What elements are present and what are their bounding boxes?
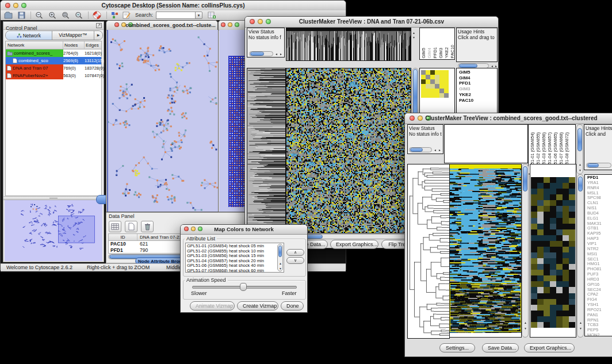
scroll-down-icon[interactable]: ▼ (412, 36, 415, 39)
done-button[interactable]: Done (281, 301, 304, 311)
tab-vizmapper[interactable]: VizMapper™ (52, 31, 94, 40)
tv1-column-dendrogram[interactable] (286, 28, 411, 61)
network-window-title-bar[interactable]: combined_scores_good.txt--cluste... (106, 21, 217, 30)
tv1-heatmap[interactable] (286, 68, 411, 233)
settings-button[interactable]: Settings... (439, 343, 475, 352)
column-gene-label[interactable]: GIM4 (427, 48, 432, 58)
gene-label[interactable]: PFD1 (458, 81, 497, 86)
export-graphics-button[interactable]: Export Graphics... (524, 343, 575, 352)
gene-label[interactable]: YKE2 (458, 92, 497, 98)
tv1-column-labels-panel[interactable]: GIM5GIM4PFD1GIM3YKE2PAC10 (419, 28, 455, 60)
gene-label[interactable]: MON2 (586, 333, 612, 336)
delete-attribute-icon[interactable] (141, 221, 154, 232)
move-down-button[interactable]: ∨ (286, 257, 304, 264)
document-icon (13, 58, 17, 63)
scroll-down-icon[interactable]: ▼ (579, 327, 582, 330)
birdseye-view[interactable] (5, 200, 102, 261)
search-dropdown-button[interactable]: ▼ (195, 12, 202, 19)
create-vizmap-button[interactable]: Create Vizmap (237, 301, 278, 311)
tv2-heatmap-panel (449, 164, 522, 338)
tv2-zoom-scrollbar[interactable]: ▲ ▼ (577, 174, 584, 338)
column-gene-label[interactable]: PAC10 (450, 45, 455, 58)
col-header-network[interactable]: Network (6, 41, 63, 49)
zoom-selected-icon[interactable] (62, 12, 70, 19)
tv2-heatmap-scrollbar[interactable]: ▲ ▼ (522, 164, 529, 338)
matrix-cell (426, 70, 430, 75)
scroll-down-icon[interactable]: ▼ (524, 327, 527, 330)
attribute-list[interactable]: GPL51-01 (GSM854) heat shock 05 minGPL51… (185, 243, 284, 273)
attribute-list-item[interactable]: GPL51-07 (GSM868) heat shock 60 min (187, 269, 282, 273)
network-canvas[interactable] (107, 30, 218, 212)
export-graphics-button[interactable]: Export Graphics... (330, 240, 378, 249)
view-status-scrollbar[interactable] (409, 147, 432, 152)
attribute-select-icon[interactable] (109, 221, 121, 232)
tv2-zoom-heatmap[interactable] (531, 177, 575, 328)
network-row[interactable]: combined_scores_ 2764(0) 16218(0) (6, 49, 101, 57)
usage-hints-scrollbar[interactable] (586, 163, 611, 168)
scroll-down-icon[interactable]: ▼ (279, 267, 282, 270)
attribute-list-scrollbar[interactable]: ▲ ▼ (277, 244, 283, 271)
new-attribute-icon[interactable] (125, 221, 137, 232)
vizmapper-icon[interactable] (111, 12, 119, 19)
save-session-icon[interactable] (18, 12, 25, 19)
attribute-table-icon[interactable] (208, 12, 216, 19)
scroll-right-icon[interactable]: ► (438, 148, 441, 152)
gene-label[interactable]: GIM4 (458, 75, 497, 81)
network-row[interactable]: DNA and Tran 07 769(0) 183728(0) (6, 64, 101, 72)
tab-overflow-button[interactable]: ▶ (94, 31, 102, 40)
view-status-scrollbar[interactable] (249, 51, 273, 56)
tv2-gene-list-panel[interactable]: PFD1YRA1RNR4MSL1SPC98CLN1NIS1BUD4ELG1MAK… (584, 174, 612, 336)
treeview1-title-bar[interactable]: ClusterMaker TreeView : DNA and Tran 07-… (245, 17, 498, 28)
column-gene-label[interactable]: GIM5 (421, 48, 426, 58)
col-header-nodes[interactable]: Nodes (63, 41, 85, 49)
column-gene-label[interactable]: PFD1 (433, 47, 438, 58)
network-row[interactable]: RNAPuberNov2+ 563(0) 107847(0) (6, 72, 101, 79)
similarity-matrix[interactable] (421, 70, 449, 98)
scroll-down-icon[interactable]: ▼ (579, 168, 582, 172)
tv2-column-dendrogram-panel[interactable] (444, 124, 528, 163)
open-session-icon[interactable] (4, 12, 13, 19)
minimize-button[interactable] (228, 22, 232, 27)
treeview2-title-bar[interactable]: ClusterMaker TreeView : combined_scores_… (405, 113, 612, 124)
dense-network-view[interactable] (228, 56, 246, 207)
gene-label[interactable]: PAC10 (458, 98, 497, 104)
data-col-id[interactable]: ID (109, 234, 137, 240)
column-gene-label[interactable]: GIM3 (438, 48, 443, 58)
tab-network[interactable]: Network (6, 31, 52, 40)
float-panel-icon[interactable] (96, 23, 102, 28)
zoom-in-icon[interactable] (48, 12, 56, 19)
zoom-out-icon[interactable] (35, 12, 43, 19)
annotation-icon[interactable] (123, 12, 131, 19)
scroll-left-icon[interactable]: ◄ (275, 52, 278, 56)
panel-divider[interactable] (3, 196, 104, 200)
zoom-fit-icon[interactable] (75, 12, 83, 19)
status-hint-zoom: Right-click + drag to ZOOM (87, 264, 150, 271)
save-data-button[interactable]: Save Data... (482, 343, 519, 352)
scroll-right-icon[interactable]: ► (280, 52, 282, 56)
zoom-button[interactable] (235, 22, 239, 27)
gene-label[interactable]: GIM3 (458, 86, 497, 92)
matrix-cell (430, 93, 435, 98)
tv2-heatmap[interactable] (450, 164, 521, 333)
speed-slider-thumb[interactable] (240, 283, 247, 291)
scroll-left-icon[interactable]: ◄ (434, 148, 437, 152)
tv1-row-dendrogram[interactable] (247, 68, 286, 233)
col-header-edges[interactable]: Edges (85, 41, 107, 49)
search-input[interactable] (156, 12, 197, 19)
scroll-up-icon[interactable]: ▲ (524, 321, 527, 324)
move-up-button[interactable]: ∧ (286, 249, 304, 256)
close-button[interactable] (221, 22, 225, 27)
gene-label[interactable]: GIM5 (458, 70, 497, 75)
tv2-collabel-scrollbar[interactable]: ▲ ▼ (576, 124, 583, 174)
dialog-title-bar[interactable]: Map Colors to Network (181, 225, 307, 235)
animate-vizmap-button[interactable]: Animate Vizmap (190, 301, 235, 311)
column-gene-label[interactable]: YKE2 (444, 47, 449, 58)
network-row-selected[interactable]: combined_sco 2569(6) 13112(15) (6, 57, 101, 64)
scroll-up-icon[interactable]: ▲ (579, 321, 582, 324)
scroll-up-icon[interactable]: ▲ (279, 262, 282, 265)
tv2-row-dendrogram[interactable] (407, 164, 450, 339)
scroll-up-icon[interactable]: ▲ (412, 31, 415, 35)
main-title-bar[interactable]: Cytoscape Desktop (Session Name: collins… (1, 1, 346, 11)
help-lifesaver-icon[interactable] (93, 11, 101, 20)
scroll-up-icon[interactable]: ▲ (579, 163, 582, 166)
